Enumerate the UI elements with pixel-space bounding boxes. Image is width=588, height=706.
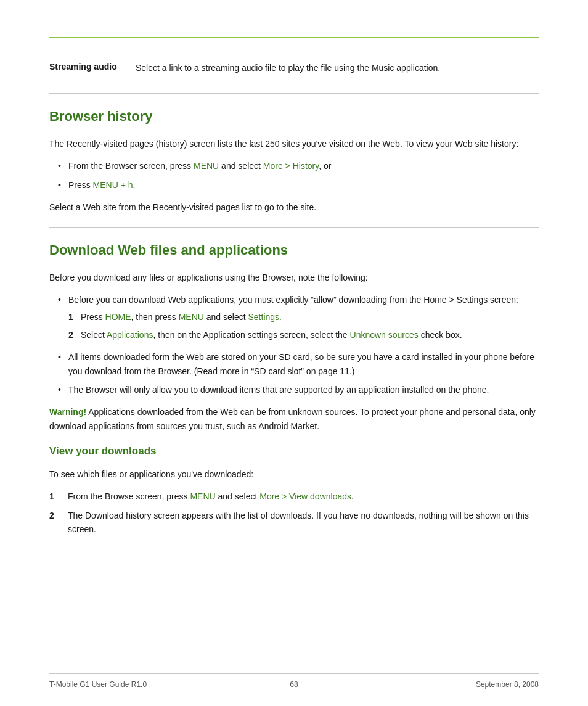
text-segment: All items downloaded form the Web are st… — [68, 352, 534, 376]
sublist-num: 1 — [68, 310, 81, 324]
sublist: 1 Press HOME, then press MENU and select… — [68, 310, 539, 342]
numbered-list-item: 1 From the Browse screen, press MENU and… — [49, 490, 539, 503]
num-content: The Download history screen appears with… — [68, 509, 539, 536]
page-footer: T-Mobile G1 User Guide R1.0 68 September… — [49, 673, 539, 689]
content-area: Streaming audio Select a link to a strea… — [49, 0, 539, 536]
num-content: From the Browse screen, press MENU and s… — [68, 490, 539, 503]
warning-text: Applications downloaded from the Web can… — [49, 407, 536, 430]
list-item-content: All items downloaded form the Web are st… — [68, 350, 539, 378]
text-segment: , then on the Application settings scree… — [153, 330, 349, 340]
footer-left: T-Mobile G1 User Guide R1.0 — [49, 680, 213, 689]
view-downloads-list: 1 From the Browse screen, press MENU and… — [49, 490, 539, 536]
list-item: All items downloaded form the Web are st… — [49, 350, 539, 378]
view-downloads-section: View your downloads To see which files o… — [49, 445, 539, 536]
list-item: From the Browser screen, press MENU and … — [49, 159, 539, 173]
text-segment: The Download history screen appears with… — [68, 511, 529, 534]
view-downloads-heading: View your downloads — [49, 445, 539, 458]
green-text: MENU + h — [93, 180, 133, 190]
green-text: More > View downloads — [259, 491, 351, 501]
text-segment: and select — [219, 161, 263, 171]
text-segment: Press — [81, 312, 105, 322]
footer-page-number: 68 — [213, 680, 376, 689]
download-web-section: Download Web files and applications Befo… — [49, 242, 539, 433]
numbered-list-item: 2 The Download history screen appears wi… — [49, 509, 539, 536]
text-segment: Press — [68, 180, 93, 190]
divider-download — [49, 227, 539, 228]
download-web-heading: Download Web files and applications — [49, 242, 539, 258]
browser-history-heading: Browser history — [49, 109, 539, 125]
browser-history-footer: Select a Web site from the Recently-visi… — [49, 200, 539, 214]
streaming-audio-section: Streaming audio Select a link to a strea… — [49, 49, 539, 75]
num-label: 2 — [49, 509, 68, 522]
streaming-audio-label: Streaming audio — [49, 62, 136, 75]
text-segment: check box. — [419, 330, 462, 340]
sublist-content: Select Applications, then on the Applica… — [81, 328, 539, 342]
text-segment: and select — [204, 312, 248, 322]
download-web-list: Before you can download Web applications… — [49, 293, 539, 396]
list-item-content: Press MENU + h. — [68, 178, 539, 192]
list-item: Press MENU + h. — [49, 178, 539, 192]
green-text: MENU — [190, 491, 215, 501]
text-segment: . — [133, 180, 136, 190]
download-web-intro: Before you download any files or applica… — [49, 271, 539, 284]
text-segment: The Browser will only allow you to downl… — [68, 385, 489, 395]
text-segment: Select — [81, 330, 107, 340]
warning-label: Warning! — [49, 407, 86, 417]
text-segment: and select — [216, 491, 260, 501]
list-item: Before you can download Web applications… — [49, 293, 539, 345]
browser-history-list: From the Browser screen, press MENU and … — [49, 159, 539, 192]
divider-browser-history — [49, 93, 539, 94]
green-text: MENU — [179, 312, 204, 322]
sublist-item: 2 Select Applications, then on the Appli… — [68, 328, 539, 342]
list-item-content: The Browser will only allow you to downl… — [68, 383, 539, 396]
text-segment: Before you can download Web applications… — [68, 295, 518, 305]
top-rule — [49, 37, 539, 38]
text-segment: , or — [319, 161, 331, 171]
green-text: HOME — [105, 312, 131, 322]
list-item-content: Before you can download Web applications… — [68, 293, 539, 345]
text-segment: , then press — [131, 312, 179, 322]
green-text: More > History — [263, 161, 319, 171]
sublist-content: Press HOME, then press MENU and select S… — [81, 310, 539, 324]
list-item-content: From the Browser screen, press MENU and … — [68, 159, 539, 173]
list-item: The Browser will only allow you to downl… — [49, 383, 539, 396]
text-segment: From the Browser screen, press — [68, 161, 194, 171]
green-text: Applications — [107, 330, 153, 340]
view-downloads-intro: To see which files or applications you'v… — [49, 467, 539, 481]
browser-history-intro: The Recently-visited pages (history) scr… — [49, 137, 539, 150]
page-container: Streaming audio Select a link to a strea… — [0, 0, 588, 706]
green-text: Unknown sources — [350, 330, 419, 340]
warning-paragraph: Warning! Applications downloaded from th… — [49, 405, 539, 433]
num-label: 1 — [49, 490, 68, 503]
text-segment: . — [351, 491, 354, 501]
sublist-num: 2 — [68, 328, 81, 342]
text-segment: From the Browse screen, press — [68, 491, 190, 501]
browser-history-section: Browser history The Recently-visited pag… — [49, 109, 539, 215]
green-text: MENU — [194, 161, 219, 171]
streaming-audio-text: Select a link to a streaming audio file … — [136, 62, 440, 75]
sublist-item: 1 Press HOME, then press MENU and select… — [68, 310, 539, 324]
footer-date: September 8, 2008 — [375, 680, 539, 689]
green-text: Settings. — [248, 312, 281, 322]
